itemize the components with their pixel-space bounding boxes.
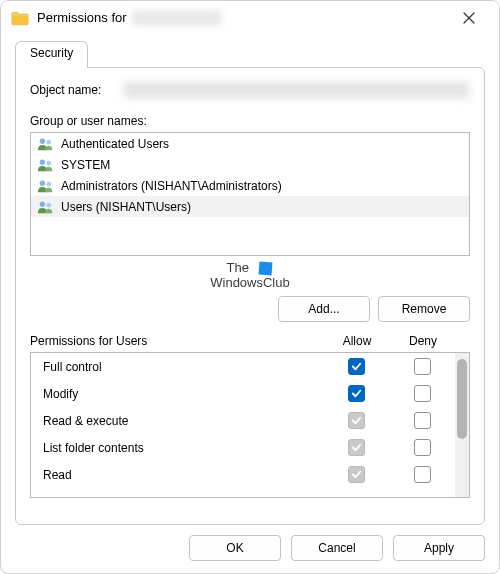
permissions-header: Permissions for Users Allow Deny	[30, 334, 470, 348]
deny-checkbox[interactable]	[414, 385, 431, 402]
principal-label: Administrators (NISHANT\Administrators)	[61, 179, 282, 193]
group-user-names-list[interactable]: Authenticated Users SYSTEM Administrator…	[30, 132, 470, 256]
allow-checkbox[interactable]	[348, 412, 365, 429]
svg-point-5	[46, 181, 51, 186]
users-icon	[37, 157, 55, 173]
deny-checkbox[interactable]	[414, 466, 431, 483]
dialog-footer: OK Cancel Apply	[1, 525, 499, 573]
svg-point-7	[46, 202, 51, 207]
deny-checkbox[interactable]	[414, 358, 431, 375]
svg-point-4	[40, 180, 45, 185]
apply-button[interactable]: Apply	[393, 535, 485, 561]
principal-label: Users (NISHANT\Users)	[61, 200, 191, 214]
permissions-scrollbar[interactable]	[455, 353, 469, 497]
titlebar: Permissions for	[1, 1, 499, 35]
permission-row: Read & execute	[31, 407, 455, 434]
cancel-button[interactable]: Cancel	[291, 535, 383, 561]
deny-column-header: Deny	[390, 334, 456, 348]
permission-name: Read & execute	[43, 414, 323, 428]
allow-checkbox[interactable]	[348, 385, 365, 402]
users-icon	[37, 199, 55, 215]
svg-point-6	[40, 201, 45, 206]
object-name-value-blurred	[123, 82, 470, 98]
permission-name: Full control	[43, 360, 323, 374]
object-name-label: Object name:	[30, 83, 101, 97]
tab-security[interactable]: Security	[15, 41, 88, 68]
tab-strip: Security	[15, 41, 485, 67]
window-title: Permissions for	[37, 10, 222, 27]
permission-name: Modify	[43, 387, 323, 401]
principal-administrators[interactable]: Administrators (NISHANT\Administrators)	[31, 175, 469, 196]
permissions-for-label: Permissions for Users	[30, 334, 324, 348]
permission-row: Full control	[31, 353, 455, 380]
watermark-logo-icon	[258, 262, 272, 276]
permissions-list: Full controlModifyRead & executeList fol…	[30, 352, 470, 498]
users-icon	[37, 136, 55, 152]
scrollbar-thumb[interactable]	[457, 359, 467, 439]
allow-column-header: Allow	[324, 334, 390, 348]
principal-label: Authenticated Users	[61, 137, 169, 151]
permission-name: Read	[43, 468, 323, 482]
watermark: The WindowsClub	[30, 260, 470, 290]
principal-system[interactable]: SYSTEM	[31, 154, 469, 175]
permission-row: Read	[31, 461, 455, 488]
allow-checkbox[interactable]	[348, 466, 365, 483]
svg-point-0	[40, 138, 45, 143]
users-icon	[37, 178, 55, 194]
allow-checkbox[interactable]	[348, 358, 365, 375]
watermark-line1: The	[226, 260, 248, 275]
window-title-target-blurred	[132, 10, 222, 26]
folder-icon	[11, 11, 29, 26]
permission-row: Modify	[31, 380, 455, 407]
deny-checkbox[interactable]	[414, 439, 431, 456]
group-user-names-label: Group or user names:	[30, 114, 470, 128]
principal-authenticated-users[interactable]: Authenticated Users	[31, 133, 469, 154]
deny-checkbox[interactable]	[414, 412, 431, 429]
window-title-prefix: Permissions for	[37, 10, 127, 25]
watermark-line2: WindowsClub	[210, 275, 289, 290]
permissions-dialog: Permissions for Security Object name: Gr…	[0, 0, 500, 574]
add-button[interactable]: Add...	[278, 296, 370, 322]
principal-users[interactable]: Users (NISHANT\Users)	[31, 196, 469, 217]
svg-point-2	[40, 159, 45, 164]
ok-button[interactable]: OK	[189, 535, 281, 561]
principal-label: SYSTEM	[61, 158, 110, 172]
svg-point-1	[46, 139, 51, 144]
permission-row: List folder contents	[31, 434, 455, 461]
permission-name: List folder contents	[43, 441, 323, 455]
close-button[interactable]	[447, 3, 491, 33]
allow-checkbox[interactable]	[348, 439, 365, 456]
security-tab-panel: Object name: Group or user names: Authen…	[15, 67, 485, 525]
close-icon	[463, 12, 475, 24]
svg-point-3	[46, 160, 51, 165]
remove-button[interactable]: Remove	[378, 296, 470, 322]
